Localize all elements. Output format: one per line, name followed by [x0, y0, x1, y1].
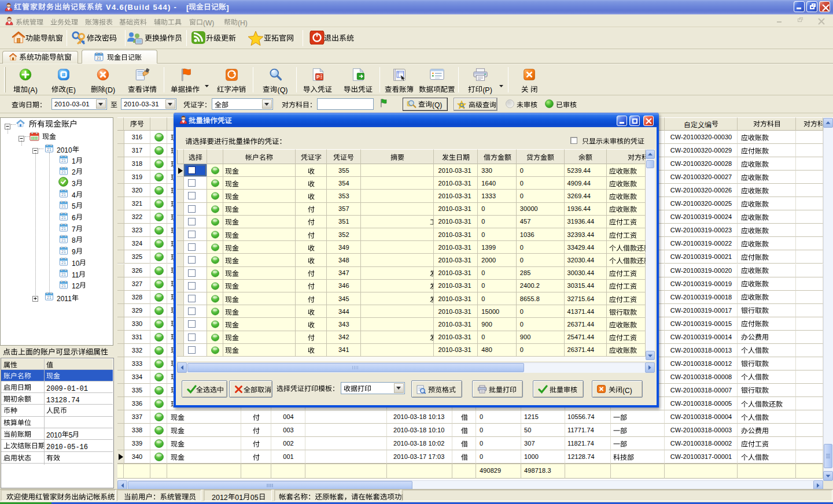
svg-text:21: 21 [61, 192, 66, 197]
svg-text:P: P [316, 74, 320, 80]
svg-text:21: 21 [61, 227, 66, 231]
svg-text:21: 21 [61, 158, 66, 162]
svg-text:21: 21 [47, 295, 51, 299]
svg-text:21: 21 [61, 250, 66, 254]
svg-text:21: 21 [61, 272, 66, 276]
svg-text:21: 21 [61, 261, 66, 265]
svg-text:21: 21 [61, 284, 66, 288]
svg-text:21: 21 [61, 238, 66, 242]
svg-text:21: 21 [61, 204, 66, 208]
svg-text:21: 21 [61, 216, 66, 220]
svg-text:21: 21 [97, 56, 101, 60]
svg-text:21: 21 [61, 170, 66, 174]
svg-text:21: 21 [47, 147, 51, 151]
